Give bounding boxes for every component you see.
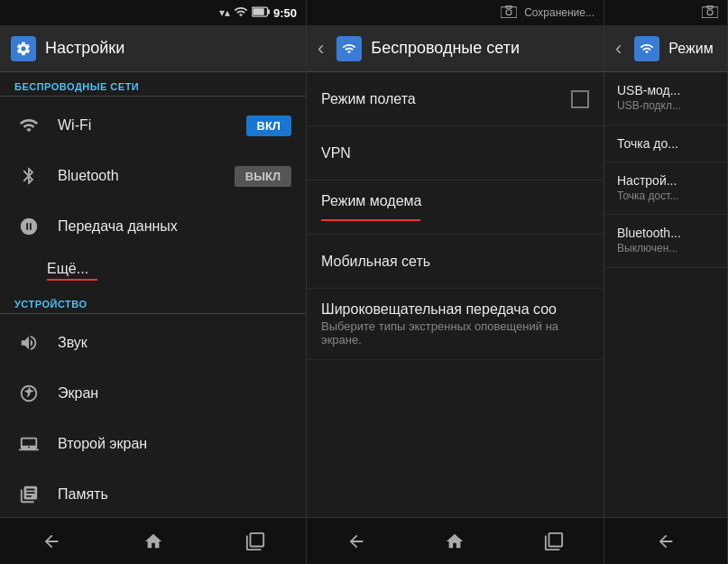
status-bar-3 xyxy=(604,0,727,25)
more-item[interactable]: Ещё... xyxy=(0,252,306,284)
usb-modem-subtitle: USB-подкл... xyxy=(617,99,714,114)
battery-icon xyxy=(252,6,270,20)
device-section-label: УСТРОЙСТВО xyxy=(0,290,306,313)
settings-ap-title: Настрой... xyxy=(617,173,714,188)
bluetooth-tether-title: Bluetooth... xyxy=(617,226,714,240)
mode-header-icon xyxy=(634,36,659,61)
mobile-network-title: Мобильная сеть xyxy=(321,254,589,270)
status-bar-2: Сохранение... xyxy=(307,0,604,25)
screen-text: Экран xyxy=(58,385,291,402)
bluetooth-title: Bluetooth xyxy=(58,168,235,184)
back-button-3[interactable] xyxy=(648,523,684,559)
second-screen-icon xyxy=(14,430,43,458)
broadcast-subtitle: Выберите типы экстренных оповещений на э… xyxy=(321,319,589,347)
mode-title: Режим xyxy=(668,41,713,57)
screen-icon xyxy=(14,379,43,408)
nav-bar-2 xyxy=(307,517,604,564)
camera-icon-2 xyxy=(501,5,517,21)
bluetooth-icon-item xyxy=(14,162,43,190)
second-screen-item[interactable]: Второй экран xyxy=(0,419,306,469)
wifi-icon xyxy=(234,5,248,22)
airplane-mode-title: Режим полета xyxy=(321,91,571,107)
bluetooth-text: Bluetooth xyxy=(58,168,235,184)
nav-bar-1 xyxy=(0,517,306,564)
wifi-item[interactable]: Wi-Fi ВКЛ xyxy=(0,100,306,151)
memory-text: Память xyxy=(58,486,291,503)
bluetooth-toggle[interactable]: ВЫКЛ xyxy=(235,166,291,187)
wireless-title: Беспроводные сети xyxy=(371,39,520,58)
status-bar-1: ▾▴ 9:50 xyxy=(0,0,306,25)
settings-ap-item[interactable]: Настрой... Точка дост... xyxy=(604,162,727,216)
home-button-1[interactable] xyxy=(135,523,171,559)
second-screen-text: Второй экран xyxy=(58,436,291,452)
svg-point-5 xyxy=(506,9,511,14)
data-transfer-text: Передача данных xyxy=(58,218,291,235)
back-button-2[interactable] xyxy=(338,523,374,559)
more-underline xyxy=(47,279,97,281)
status-icons-2: Сохранение... xyxy=(501,5,594,21)
header-mode: ‹ Режим xyxy=(604,25,727,72)
bluetooth-item[interactable]: Bluetooth ВЫКЛ xyxy=(0,151,306,201)
memory-icon xyxy=(14,480,43,509)
panel-wireless: Сохранение... ‹ Беспроводные сети Режим … xyxy=(307,0,604,564)
memory-item[interactable]: Память xyxy=(0,469,306,517)
header-settings: Настройки xyxy=(0,25,306,72)
camera-icon-3 xyxy=(702,5,718,20)
screen-item[interactable]: Экран xyxy=(0,368,306,419)
usb-modem-item[interactable]: USB-мод... USB-подкл... xyxy=(604,72,727,125)
panel-mode: ‹ Режим USB-мод... USB-подкл... Точка до… xyxy=(604,0,728,564)
wireless-section-label: БЕСПРОВОДНЫЕ СЕТИ xyxy=(0,72,306,96)
mobile-network-item[interactable]: Мобильная сеть xyxy=(307,235,604,289)
header-wireless: ‹ Беспроводные сети xyxy=(307,25,604,72)
sound-text: Звук xyxy=(58,335,291,351)
recent-button-1[interactable] xyxy=(237,523,273,559)
mode-settings-list: USB-мод... USB-подкл... Точка до... Наст… xyxy=(604,72,727,517)
wifi-title: Wi-Fi xyxy=(58,117,246,134)
broadcast-title: Широковещательная передача соо xyxy=(321,301,557,318)
data-transfer-title: Передача данных xyxy=(58,218,291,235)
wireless-header-icon xyxy=(336,36,362,61)
divider-wireless xyxy=(0,96,306,97)
memory-title: Память xyxy=(58,486,291,503)
back-arrow-2[interactable]: ‹ xyxy=(318,37,324,60)
data-transfer-icon xyxy=(14,212,43,241)
more-label: Ещё... xyxy=(47,261,88,277)
data-transfer-item[interactable]: Передача данных xyxy=(0,201,306,252)
bluetooth-tether-item[interactable]: Bluetooth... Выключен... xyxy=(604,215,727,268)
sound-title: Звук xyxy=(58,335,291,351)
wifi-icon-item xyxy=(14,111,43,140)
hotspot-item[interactable]: Точка до... xyxy=(604,125,727,162)
wireless-settings-list: Режим полета VPN Режим модема Мобильная … xyxy=(307,72,604,517)
bluetooth-tether-subtitle: Выключен... xyxy=(617,242,714,256)
airplane-mode-item[interactable]: Режим полета xyxy=(307,72,604,126)
svg-rect-2 xyxy=(253,8,264,15)
save-text: Сохранение... xyxy=(524,6,594,19)
recent-button-2[interactable] xyxy=(536,523,572,559)
svg-rect-1 xyxy=(267,9,270,14)
status-icons-3 xyxy=(702,5,718,20)
sound-icon xyxy=(14,328,43,357)
broadcast-item[interactable]: Широковещательная передача соо Выберите … xyxy=(307,289,604,360)
settings-header-icon xyxy=(11,36,36,61)
back-button-1[interactable] xyxy=(33,523,69,559)
back-arrow-3[interactable]: ‹ xyxy=(615,37,622,60)
home-button-2[interactable] xyxy=(437,523,473,559)
status-icons-1: ▾▴ 9:50 xyxy=(219,5,297,22)
hotspot-title: Точка до... xyxy=(617,136,714,151)
divider-device xyxy=(0,313,306,314)
settings-ap-subtitle: Точка дост... xyxy=(617,190,714,204)
status-time-1: 9:50 xyxy=(273,6,297,20)
modem-title: Режим модема xyxy=(321,193,421,217)
modem-item[interactable]: Режим модема xyxy=(307,180,604,235)
screen-title: Экран xyxy=(58,385,291,402)
wifi-text: Wi-Fi xyxy=(58,117,246,134)
sound-item[interactable]: Звук xyxy=(0,318,306,368)
nav-bar-3 xyxy=(604,517,727,564)
second-screen-title: Второй экран xyxy=(58,436,291,452)
vpn-item[interactable]: VPN xyxy=(307,126,604,180)
wifi-toggle[interactable]: ВКЛ xyxy=(246,116,291,136)
signal-icon: ▾▴ xyxy=(219,6,230,19)
vpn-title: VPN xyxy=(321,145,589,162)
modem-underline xyxy=(321,219,420,221)
airplane-checkbox[interactable] xyxy=(571,90,589,108)
